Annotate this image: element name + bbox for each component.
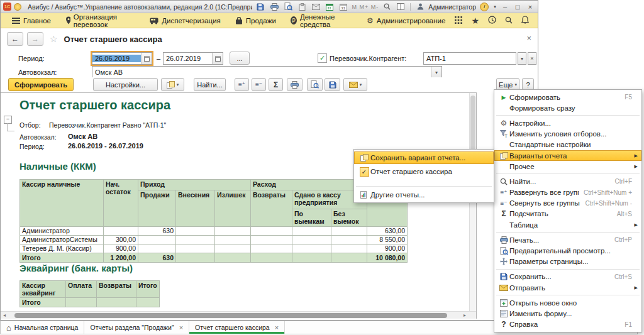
tab-sales-reports[interactable]: Отчеты раздела "Продажи"× [84, 321, 189, 334]
scroll-right-icon[interactable]: ▸ [464, 312, 466, 319]
all-functions-icon[interactable] [455, 16, 462, 25]
cash-table[interactable]: Кассир наличные Нач. остаток Приход Расх… [19, 179, 408, 263]
generate-button[interactable]: Сформировать [8, 78, 74, 91]
zoom-icon[interactable] [381, 2, 392, 12]
acquiring-table[interactable]: Кассир эквайринг Оплата Возвраты Итого И… [19, 280, 160, 307]
menu-item-save[interactable]: Сохранить...Ctrl+S [494, 272, 641, 282]
col-header: Возвраты [251, 190, 292, 227]
calculator-memory-buttons[interactable]: M M+ M- [352, 4, 379, 10]
horizontal-scrollbar[interactable]: ◂ ▸ [1, 311, 476, 319]
period-more-button[interactable]: ... [230, 52, 250, 65]
date-to-input[interactable]: 26.07.2019 [163, 52, 223, 65]
pin-icon [65, 16, 70, 25]
send-icon[interactable] [310, 2, 321, 12]
menu-item-calculate[interactable]: ΣПодсчитатьAlt+S [494, 209, 641, 219]
submenu-item-current-variant[interactable]: ✓Отчет старшего кассира [354, 165, 494, 178]
menu-item-open-new-window[interactable]: Открыть новое окно [494, 297, 641, 308]
carrier-input[interactable]: АТП-1 [423, 52, 516, 65]
calculate-sum-button[interactable]: Σ [269, 78, 283, 91]
form-header: ← → ☆ Отчет старшего кассира × [1, 28, 538, 50]
home-icon: ⌂ [6, 323, 11, 332]
favorite-star-icon[interactable]: ☆ [50, 34, 58, 44]
history-icon[interactable] [488, 16, 496, 25]
find-button[interactable]: Найти... [194, 78, 226, 91]
send-button[interactable]: ▾ [343, 78, 367, 91]
carrier-clear-button[interactable]: × [528, 52, 536, 65]
menu-item-collapse-all-groups[interactable]: ≡⁻Свернуть все группыCtrl+Shift+Num - [494, 198, 641, 209]
acquiring-section-title: Эквайринг (банк. карты) [19, 263, 133, 273]
calendar-picker-icon[interactable] [141, 53, 152, 64]
preview-button[interactable] [307, 78, 323, 91]
calendar-day-icon[interactable]: 31 [338, 2, 349, 12]
menu-item-generate-immediately[interactable]: Формировать сразу [494, 102, 641, 113]
menu-item-report-variants[interactable]: Варианты отчета▶ [494, 150, 641, 161]
search-icon[interactable] [505, 16, 513, 25]
nav-administration[interactable]: ⚙Администрирование [362, 13, 450, 28]
expand-groups-button[interactable]: ≡⁺ [235, 78, 249, 91]
chevron-down-icon[interactable]: ▾ [431, 67, 441, 78]
close-icon[interactable]: × [275, 324, 279, 331]
minimize-button[interactable]: – [500, 3, 510, 11]
calendar-icon[interactable] [324, 2, 335, 12]
carrier-dropdown-button[interactable]: ▾ [518, 52, 526, 65]
menu-item-table[interactable]: Таблица▶ [494, 219, 641, 230]
variants-icon [498, 152, 509, 160]
tab-home[interactable]: ⌂Начальная страница [1, 321, 84, 334]
menu-item-settings[interactable]: ⚙Настройки... [494, 118, 641, 128]
main-menu-button[interactable]: Главное [7, 13, 56, 28]
carrier-checkbox[interactable]: ✓ [318, 53, 327, 63]
maximize-button[interactable]: □ [513, 3, 523, 11]
form-close-icon[interactable]: × [526, 33, 531, 43]
date-from-input[interactable]: 26.06.2019 [92, 52, 152, 65]
scroll-left-icon[interactable]: ◂ [3, 312, 6, 319]
submenu-item-other-reports[interactable]: Другие отчеты... [354, 189, 494, 200]
split-view-icon[interactable] [395, 2, 406, 12]
close-icon[interactable]: × [179, 324, 183, 331]
submenu-item-save-variant[interactable]: Сохранить вариант отчета... [354, 151, 494, 164]
scrollbar-thumb[interactable] [14, 313, 447, 318]
sigma-icon: Σ [498, 209, 509, 218]
settings-button[interactable]: Настройки... [93, 78, 158, 91]
table-total-row: Итого [20, 298, 160, 307]
menu-item-standard-settings[interactable]: Стандартные настройки [494, 140, 641, 150]
menu-item-edit-filter-conditions[interactable]: TИзменить условия отборов... [494, 129, 641, 140]
report-variants-button[interactable]: ▾ [161, 78, 184, 91]
col-header: Приход [138, 180, 251, 190]
back-button[interactable]: ← [7, 32, 23, 46]
tab-cashier-report[interactable]: Отчет старшего кассира× [189, 321, 285, 334]
favorites-star-icon[interactable]: ★ [471, 16, 479, 26]
print-button[interactable] [287, 78, 303, 91]
print-icon[interactable] [269, 2, 280, 12]
nav-money[interactable]: ₽Денежные средства [286, 13, 357, 28]
save-button[interactable] [325, 78, 340, 91]
menu-item-print-preview[interactable]: Предварительный просмотр... [494, 245, 641, 256]
calendar-picker-icon[interactable] [212, 53, 223, 64]
menu-item-find[interactable]: Найти...Ctrl+F [494, 176, 641, 187]
menu-item-page-setup[interactable]: Параметры страницы... [494, 256, 641, 267]
notifications-bell-icon[interactable] [521, 16, 529, 25]
clipboard-icon[interactable] [296, 2, 308, 12]
menu-item-expand-all-groups[interactable]: ≡⁺Развернуть все группыCtrl+Shift+Num + [494, 187, 641, 198]
menu-item-help[interactable]: ?СправкаF1 [494, 319, 641, 330]
station-input[interactable]: Омск АВ ▾ [92, 66, 442, 79]
nav-label: Организация перевозок [74, 13, 136, 28]
nav-sales[interactable]: Продажи [230, 13, 281, 28]
collapse-groups-button[interactable]: ≡⁻ [252, 78, 266, 91]
report-variants-submenu: Сохранить вариант отчета... ✓Отчет старш… [353, 149, 494, 203]
nav-transport-organization[interactable]: Организация перевозок [60, 13, 140, 28]
menu-item-edit-form[interactable]: Изменить форму... [494, 308, 641, 319]
close-button[interactable]: × [525, 3, 535, 11]
print-preview-icon[interactable] [282, 2, 294, 12]
menu-item-print[interactable]: Печать...Ctrl+P [494, 234, 641, 245]
menu-item-generate[interactable]: ▶СформироватьF5 [494, 92, 641, 102]
system-menu-button[interactable] [14, 3, 21, 11]
menu-item-other[interactable]: Прочее▶ [494, 161, 641, 172]
collapse-group-button[interactable]: − [4, 116, 12, 124]
info-button[interactable]: i [479, 2, 490, 12]
chevron-down-icon[interactable]: ▾ [492, 4, 497, 9]
app-logo-icon: 1С [3, 3, 11, 11]
forward-button[interactable]: → [27, 32, 43, 46]
save-icon[interactable] [255, 2, 266, 12]
menu-item-send[interactable]: Отправить▶ [494, 282, 641, 293]
nav-dispatching[interactable]: Диспетчеризация [145, 13, 226, 28]
